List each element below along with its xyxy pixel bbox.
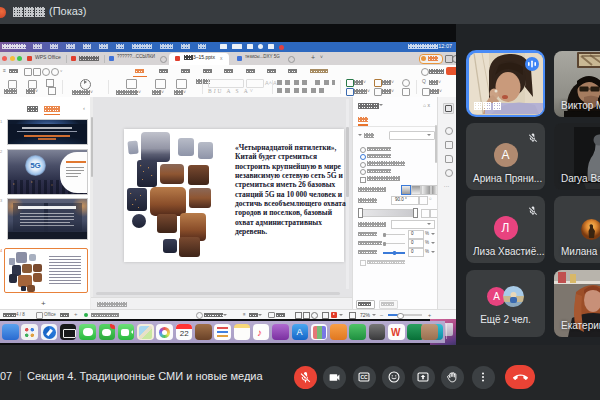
svg-text:CC: CC: [360, 375, 368, 380]
